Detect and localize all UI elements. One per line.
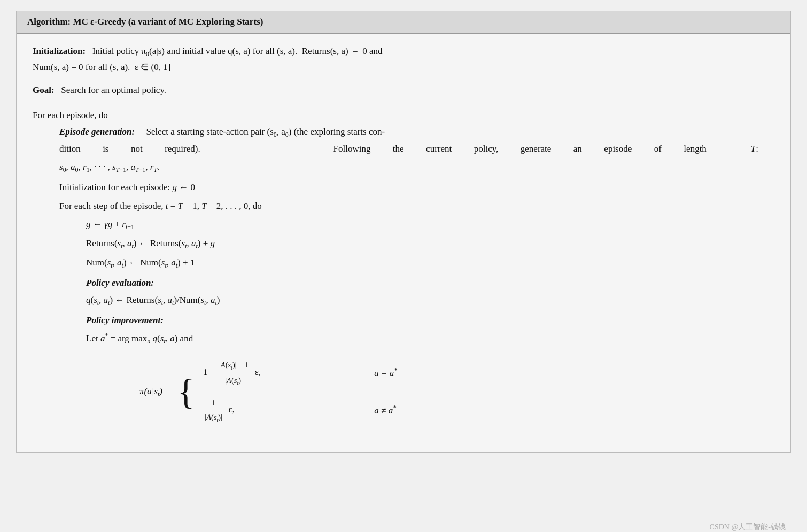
main-loop: For each episode, do Episode generation:…: [33, 107, 774, 425]
case1-formula: 1 − |A(st)| − 1 |A(st)| ε,: [203, 358, 353, 388]
page-wrapper: Algorithm: MC ε-Greedy (a variant of MC …: [0, 11, 807, 532]
init-text2: Num(s, a) = 0 for all (s, a). ε ∈ (0, 1]: [33, 62, 170, 72]
episode-sequence: s0, a0, r1, · · · , sT−1, aT−1, rT.: [59, 159, 774, 176]
goal-text: Search for an optimal policy.: [57, 85, 166, 95]
case2-fraction: 1 |A(st)|: [203, 396, 224, 425]
algorithm-box: Algorithm: MC ε-Greedy (a variant of MC …: [16, 11, 791, 453]
policy-eval-label-line: Policy evaluation:: [86, 275, 774, 292]
policy-eval-label: Policy evaluation:: [86, 278, 154, 288]
episode-gen-line1: Episode generation: Select a starting st…: [59, 124, 774, 141]
algorithm-body: Initialization: Initial policy π0(a|s) a…: [17, 34, 790, 452]
big-brace: {: [177, 373, 195, 410]
case1-fraction: |A(st)| − 1 |A(st)|: [218, 358, 250, 388]
pi-lhs: π(a|st) =: [139, 384, 171, 401]
init-block: Initialization: Initial policy π0(a|s) a…: [33, 44, 774, 75]
episode-gen-block: Episode generation: Select a starting st…: [59, 124, 774, 176]
piecewise-container: π(a|st) = { 1 − |A(st)| − 1 |A(st)|: [139, 358, 774, 425]
case2-formula: 1 |A(st)| ε,: [203, 396, 353, 425]
q-update-line: q(st, at) ← Returns(st, at)/Num(st, at): [86, 292, 774, 309]
policy-improve-label: Policy improvement:: [86, 315, 164, 325]
case1-numerator: |A(st)| − 1: [218, 358, 250, 373]
for-each-step-line: For each step of the episode, t = T − 1,…: [59, 198, 774, 215]
case2-numerator: 1: [203, 396, 224, 410]
algorithm-title: Algorithm: MC ε-Greedy (a variant of MC …: [27, 17, 263, 27]
init-episode-line: Initialization for each episode: g ← 0: [59, 179, 774, 196]
episode-gen-line2: dition is not required). Following the c…: [59, 141, 774, 158]
goal-label: Goal:: [33, 85, 55, 95]
goal-block: Goal: Search for an optimal policy.: [33, 83, 774, 98]
piecewise-cases: 1 − |A(st)| − 1 |A(st)| ε, a = a*: [203, 358, 397, 425]
case1-condition: a = a*: [374, 365, 397, 381]
a-star-line: Let a* = arg maxa q(st, a) and: [86, 330, 774, 347]
num-update-line: Num(st, at) ← Num(st, at) + 1: [86, 255, 774, 272]
policy-improve-label-line: Policy improvement:: [86, 312, 774, 329]
case2-denominator: |A(st)|: [203, 410, 224, 425]
algorithm-header: Algorithm: MC ε-Greedy (a variant of MC …: [17, 11, 790, 34]
g-update-line: g ← γg + rt+1: [86, 216, 774, 233]
watermark: CSDN @人工智能-钱钱: [710, 522, 786, 532]
page-container: Algorithm: MC ε-Greedy (a variant of MC …: [0, 11, 807, 532]
episode-gen-label: Episode generation:: [59, 127, 135, 137]
for-each-episode: For each episode, do: [33, 107, 774, 124]
piecewise-case-1: 1 − |A(st)| − 1 |A(st)| ε, a = a*: [203, 358, 397, 388]
case1-denominator: |A(st)|: [218, 373, 250, 388]
piecewise-case-2: 1 |A(st)| ε, a ≠ a*: [203, 396, 397, 425]
case2-condition: a ≠ a*: [374, 402, 396, 419]
returns-update-line: Returns(st, at) ← Returns(st, at) + g: [86, 236, 774, 253]
init-label: Initialization:: [33, 46, 86, 56]
